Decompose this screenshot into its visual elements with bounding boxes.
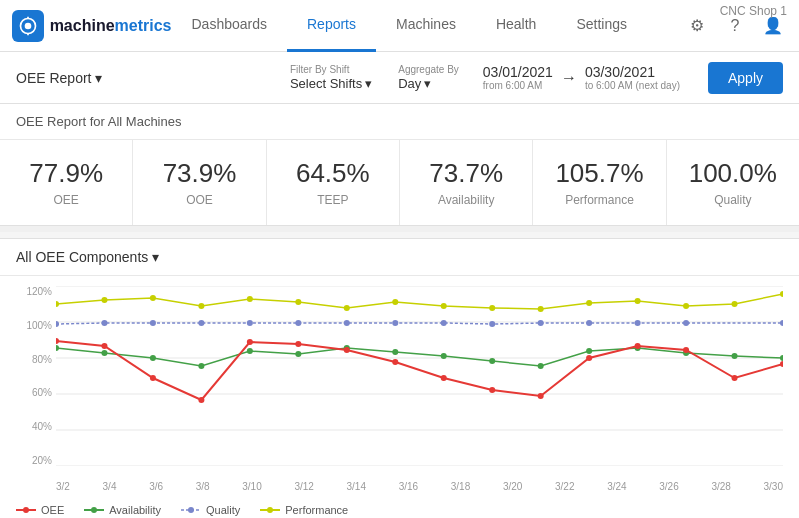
svg-point-61: [247, 339, 253, 345]
svg-point-22: [635, 320, 641, 326]
svg-point-62: [295, 341, 301, 347]
svg-point-58: [101, 343, 107, 349]
svg-point-78: [188, 507, 194, 513]
shift-filter: Filter By Shift Select Shifts ▾: [290, 64, 372, 91]
kpi-ooe: 73.9% OOE: [133, 140, 266, 225]
svg-point-42: [101, 350, 107, 356]
svg-point-48: [392, 349, 398, 355]
svg-point-56: [780, 355, 783, 361]
tab-machines[interactable]: Machines: [376, 0, 476, 52]
svg-point-57: [56, 338, 59, 344]
svg-point-46: [295, 351, 301, 357]
chart-area: All OEE Components ▾ 120% 100% 80% 60% 4…: [0, 238, 799, 518]
svg-point-16: [344, 320, 350, 326]
tab-health[interactable]: Health: [476, 0, 556, 52]
nav-tabs: Dashboards Reports Machines Health Setti…: [171, 0, 647, 52]
shift-select[interactable]: Select Shifts ▾: [290, 76, 372, 91]
kpi-row: 77.9% OEE 73.9% OOE 64.5% TEEP 73.7% Ava…: [0, 140, 799, 226]
svg-point-72: [780, 361, 783, 367]
svg-point-1: [24, 22, 31, 29]
tab-reports[interactable]: Reports: [287, 0, 376, 52]
svg-point-39: [732, 301, 738, 307]
svg-point-60: [198, 397, 204, 403]
oee-report-button[interactable]: OEE Report ▾: [16, 70, 102, 86]
logo-icon: [12, 10, 44, 42]
svg-point-40: [780, 291, 783, 297]
kpi-quality: 100.0% Quality: [667, 140, 799, 225]
svg-point-24: [780, 320, 783, 326]
svg-point-45: [247, 348, 253, 354]
svg-point-14: [247, 320, 253, 326]
legend-oee: OEE: [16, 504, 64, 516]
top-navbar: machinemetrics Dashboards Reports Machin…: [0, 0, 799, 52]
kpi-teep: 64.5% TEEP: [267, 140, 400, 225]
chart-svg: [56, 286, 783, 466]
svg-point-32: [392, 299, 398, 305]
svg-point-67: [538, 393, 544, 399]
legend-availability: Availability: [84, 504, 161, 516]
svg-point-63: [344, 347, 350, 353]
svg-point-29: [247, 296, 253, 302]
svg-point-66: [489, 387, 495, 393]
svg-point-27: [150, 295, 156, 301]
svg-point-30: [295, 299, 301, 305]
aggregate-filter: Aggregate By Day ▾: [398, 64, 459, 91]
svg-point-17: [392, 320, 398, 326]
kpi-oee: 77.9% OEE: [0, 140, 133, 225]
svg-point-28: [198, 303, 204, 309]
svg-point-11: [101, 320, 107, 326]
svg-point-33: [441, 303, 447, 309]
svg-point-64: [392, 359, 398, 365]
kpi-performance: 105.7% Performance: [533, 140, 666, 225]
svg-point-69: [635, 343, 641, 349]
svg-point-44: [198, 363, 204, 369]
svg-point-19: [489, 321, 495, 327]
svg-point-71: [732, 375, 738, 381]
svg-point-31: [344, 305, 350, 311]
svg-point-51: [538, 363, 544, 369]
svg-point-36: [586, 300, 592, 306]
svg-point-15: [295, 320, 301, 326]
svg-point-12: [150, 320, 156, 326]
logo-area: machinemetrics: [12, 10, 171, 42]
aggregate-select[interactable]: Day ▾: [398, 76, 459, 91]
svg-point-74: [23, 507, 29, 513]
apply-button[interactable]: Apply: [708, 62, 783, 94]
legend-performance: Performance: [260, 504, 348, 516]
tab-dashboards[interactable]: Dashboards: [171, 0, 287, 52]
svg-point-65: [441, 375, 447, 381]
y-axis: 120% 100% 80% 60% 40% 20%: [16, 286, 56, 466]
svg-point-68: [586, 355, 592, 361]
svg-point-80: [267, 507, 273, 513]
svg-point-76: [91, 507, 97, 513]
tab-settings[interactable]: Settings: [556, 0, 647, 52]
date-range: 03/01/2021 from 6:00 AM → 03/30/2021 to …: [483, 64, 680, 91]
date-from: 03/01/2021 from 6:00 AM: [483, 64, 553, 91]
svg-point-35: [538, 306, 544, 312]
svg-point-49: [441, 353, 447, 359]
logo-text: machinemetrics: [50, 17, 172, 35]
svg-point-34: [489, 305, 495, 311]
chart-container: 120% 100% 80% 60% 40% 20%: [16, 286, 783, 496]
svg-point-21: [586, 320, 592, 326]
svg-point-50: [489, 358, 495, 364]
svg-point-26: [101, 297, 107, 303]
section-title: OEE Report for All Machines: [0, 104, 799, 140]
svg-point-25: [56, 301, 59, 307]
legend-quality: Quality: [181, 504, 240, 516]
svg-point-20: [538, 320, 544, 326]
svg-point-13: [198, 320, 204, 326]
arrow-icon: →: [561, 69, 577, 87]
svg-point-43: [150, 355, 156, 361]
svg-point-41: [56, 345, 59, 351]
chart-title-button[interactable]: All OEE Components ▾: [16, 249, 159, 265]
shop-name: CNC Shop 1: [720, 4, 787, 18]
svg-point-23: [683, 320, 689, 326]
chart-body: 120% 100% 80% 60% 40% 20%: [0, 276, 799, 496]
svg-point-18: [441, 320, 447, 326]
x-axis: 3/2 3/4 3/6 3/8 3/10 3/12 3/14 3/16 3/18…: [56, 476, 783, 496]
svg-point-55: [732, 353, 738, 359]
date-to: 03/30/2021 to 6:00 AM (next day): [585, 64, 680, 91]
settings-icon[interactable]: ⚙: [683, 12, 711, 40]
svg-point-37: [635, 298, 641, 304]
